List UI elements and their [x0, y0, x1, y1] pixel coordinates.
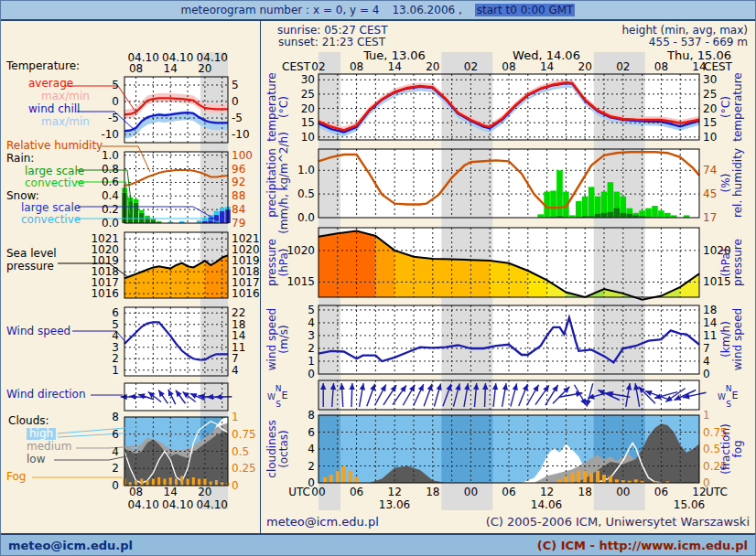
legend-bottom-date: 04.10 — [125, 499, 162, 510]
utc-tick: 00 — [459, 486, 481, 497]
sunset-text: sunset: 21:23 CEST — [278, 36, 385, 48]
cest-tick: 08 — [346, 61, 368, 72]
legend-bottom-hour: 14 — [159, 486, 181, 497]
legend-axis-tick: 0.8 — [88, 164, 119, 175]
legend-label-sea_level_1: Sea level — [6, 248, 57, 260]
legend-axis-tick: -10 — [232, 129, 263, 140]
height-value: 455 - 537 - 669 m — [649, 36, 748, 48]
legend-axis-tick: 8 — [88, 412, 119, 422]
cest-tick: 02 — [459, 61, 481, 72]
legend-axis-tick: -5 — [88, 112, 119, 123]
meteogram-page: meteorogram number : x = 0, y = 4 13.06.… — [0, 0, 756, 556]
legend-label-rain_convective: convective — [25, 177, 84, 189]
legend-axis-tick: 0 — [232, 96, 263, 107]
temperature-axis-label-right: (°C)temperature — [720, 72, 744, 141]
bottom-bar-icm-link[interactable]: (C) ICM - http://www.icm.edu.pl — [537, 539, 748, 552]
legend-label-wind_speed: Wind speed — [6, 326, 70, 337]
legend-axis-tick: 1.0 — [88, 150, 119, 161]
legend-axis-tick: 2 — [88, 353, 119, 364]
utc-tick: 12 — [383, 486, 405, 497]
cest-tick: 02 — [612, 61, 634, 72]
legend-bottom-date: 04.10 — [159, 499, 196, 510]
legend-label-wind_direction: Wind direction — [6, 389, 86, 401]
legend-bottom-hour: 08 — [125, 486, 147, 497]
footer-copyright: (C) 2005-2006 ICM, Uniwersytet Warszawsk… — [486, 515, 750, 529]
utc-tick: 06 — [650, 486, 672, 497]
legend-label-clouds_header: Clouds: — [8, 415, 49, 427]
utc-tick: 18 — [574, 486, 596, 497]
legend-label-max_min2: max/min — [41, 116, 90, 128]
legend-axis-tick: 0.25 — [232, 463, 263, 474]
legend-axis-tick: 0.75 — [232, 429, 263, 440]
legend-axis-tick: -10 — [88, 129, 119, 140]
bottom-bar-email-link[interactable]: meteo@icm.edu.pl — [8, 539, 133, 552]
title-start-time-selected[interactable]: start t0 0:00 GMT — [475, 4, 576, 16]
legend-top-hour: 20 — [194, 63, 216, 74]
legend-label-clouds_medium: medium — [27, 441, 71, 453]
bottom-date: 13.06 — [367, 499, 422, 510]
legend-axis-tick: 22 — [232, 307, 263, 318]
legend-axis-tick: 18 — [232, 319, 263, 330]
legend-axis-tick: 0 — [88, 96, 119, 107]
utc-tick: 18 — [422, 486, 444, 497]
bottom-date: 15.06 — [662, 499, 717, 510]
cest-tick: 14 — [536, 61, 558, 72]
legend-axis-tick: 1016 — [232, 288, 263, 299]
legend-axis-tick: 7 — [232, 353, 263, 364]
fog-axis-label-right: (fraction)fog — [720, 423, 744, 474]
utc-tick: 06 — [498, 486, 520, 497]
legend-axis-tick: 3 — [88, 342, 119, 353]
legend-axis-tick: 100 — [232, 150, 263, 161]
cest-tick: 02 — [308, 61, 329, 72]
legend-axis-tick: 96 — [232, 164, 263, 175]
legend-axis-tick: 92 — [232, 176, 263, 187]
legend-label-rain_header: Rain: — [6, 153, 34, 165]
utc-tick: 00 — [612, 486, 634, 497]
legend-axis-tick: 2 — [88, 463, 119, 474]
cest-tick: 08 — [650, 61, 672, 72]
cest-tick: 20 — [422, 61, 444, 72]
cloudiness-axis-label: cloudiness(octas) — [266, 420, 290, 477]
legend-axis-tick: 1 — [232, 412, 263, 422]
compass-right-w: W — [718, 391, 725, 402]
legend-axis-tick: 5 — [232, 80, 263, 91]
legend-label-clouds_low: low — [27, 454, 46, 465]
bottom-date: 14.06 — [519, 499, 574, 510]
legend-axis-tick: 88 — [232, 190, 263, 201]
legend-label-fog: Fog — [6, 471, 26, 483]
legend-axis-tick: 0 — [232, 480, 263, 491]
legend-label-wind_chill: wind chill — [28, 103, 80, 115]
legend-label-snow_convective: convective — [21, 214, 81, 226]
legend-top-hour: 14 — [159, 63, 181, 74]
utc-tick: 06 — [346, 486, 368, 497]
legend-axis-tick: -5 — [232, 112, 263, 123]
footer-email[interactable]: meteo@icm.edu.pl — [266, 515, 379, 529]
axis-tick: 0 — [703, 477, 740, 488]
legend-label-average: average — [28, 78, 73, 90]
legend-axis-tick: 14 — [232, 330, 263, 341]
legend-axis-tick: 0.6 — [88, 176, 119, 187]
legend-axis-tick: 11 — [232, 342, 263, 353]
axis-tick: 8 — [282, 410, 315, 421]
legend-axis-tick: 0 — [88, 480, 119, 491]
utc-tick: 12 — [536, 486, 558, 497]
legend-axis-tick: 6 — [88, 429, 119, 440]
compass-left-w: W — [267, 391, 275, 402]
cest-tick: 14 — [383, 61, 405, 72]
legend-label-clouds_high: high — [27, 428, 56, 440]
legend-label-sea_level_2: pressure — [6, 261, 54, 273]
wind-speed-axis-label-right: (km/h)wind speed — [720, 308, 744, 370]
cest-tick: 14 — [688, 61, 710, 72]
title-bar: meteorogram number : x = 0, y = 4 13.06.… — [1, 1, 755, 21]
legend-top-hour: 08 — [125, 63, 147, 74]
compass-right-s: S — [725, 399, 732, 410]
compass-left-s: S — [275, 399, 282, 410]
legend-bottom-hour: 20 — [194, 486, 216, 497]
legend-axis-tick: 6 — [88, 307, 119, 318]
pressure-axis-label: pressure(hPa) — [266, 239, 290, 286]
legend-label-max_min: max/min — [41, 91, 90, 102]
axis-tick: 0 — [282, 477, 315, 488]
legend-axis-tick: 0.5 — [232, 446, 263, 457]
legend-axis-tick: 1016 — [88, 288, 119, 299]
legend-axis-tick: 5 — [88, 319, 119, 330]
